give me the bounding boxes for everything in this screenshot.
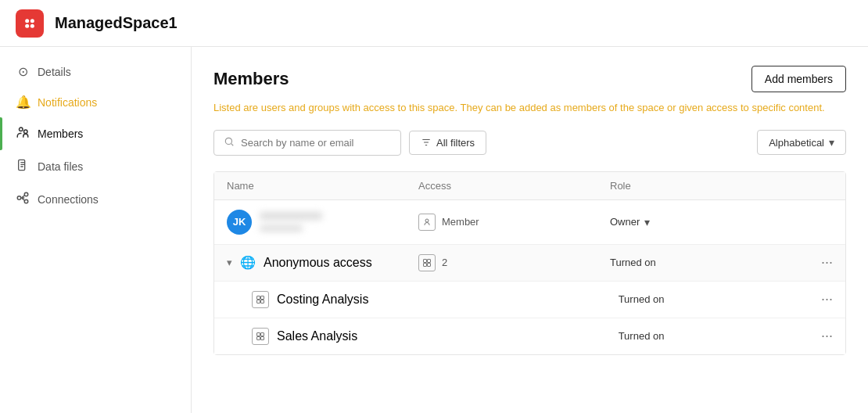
column-name: Name xyxy=(227,180,418,192)
main-content: Members Add members Listed are users and… xyxy=(192,47,868,413)
role-dropdown[interactable]: Owner ▾ xyxy=(610,216,650,228)
search-box[interactable] xyxy=(213,130,401,156)
search-icon xyxy=(224,136,235,149)
svg-point-3 xyxy=(30,23,34,27)
layout: ⊙ Details 🔔 Notifications Members Data f… xyxy=(0,47,868,413)
search-input[interactable] xyxy=(241,137,391,149)
avatar: JK xyxy=(227,210,252,235)
svg-point-4 xyxy=(20,127,23,131)
sub-item-role-label: Turned on xyxy=(619,330,665,342)
group-name-label: Anonymous access xyxy=(264,256,372,270)
column-actions xyxy=(802,180,833,192)
svg-rect-16 xyxy=(257,296,260,299)
app-title: ManagedSpace1 xyxy=(55,14,178,32)
column-role: Role xyxy=(610,180,802,192)
svg-point-9 xyxy=(24,199,28,203)
svg-rect-13 xyxy=(428,259,431,262)
sidebar-item-connections[interactable]: Connections xyxy=(0,183,191,216)
access-count-icon xyxy=(418,254,436,271)
user-info xyxy=(260,212,322,232)
sidebar-item-label: Details xyxy=(38,66,71,78)
more-button[interactable]: ··· xyxy=(802,328,833,344)
table-row: JK Member Owner xyxy=(214,200,845,245)
user-role-cell: Owner ▾ xyxy=(610,216,802,228)
sidebar-item-label: Members xyxy=(38,127,83,140)
toolbar: All filters Alphabetical ▾ xyxy=(213,130,846,156)
chevron-down-icon: ▾ xyxy=(829,136,834,149)
subtitle-text: Listed are users and groups with access … xyxy=(213,100,846,116)
chevron-down-icon: ▾ xyxy=(644,216,650,228)
table-row: Costing Analysis Turned on ··· xyxy=(214,282,845,318)
svg-rect-19 xyxy=(261,300,264,303)
member-icon xyxy=(418,214,436,231)
svg-rect-12 xyxy=(424,259,427,262)
filter-button[interactable]: All filters xyxy=(409,131,486,155)
sub-item-role-cell: Turned on xyxy=(619,330,802,342)
file-icon xyxy=(16,158,30,175)
sidebar: ⊙ Details 🔔 Notifications Members Data f… xyxy=(0,47,192,413)
connections-icon xyxy=(16,191,30,208)
filter-icon xyxy=(421,137,432,148)
column-access: Access xyxy=(418,180,610,192)
item-icon xyxy=(252,328,269,345)
svg-rect-22 xyxy=(257,336,260,339)
sidebar-item-label: Data files xyxy=(38,160,83,173)
role-label: Owner xyxy=(610,216,640,228)
table-header: Name Access Role xyxy=(214,172,845,200)
svg-point-7 xyxy=(17,196,21,200)
group-role-cell: Turned on xyxy=(610,257,802,268)
add-members-button[interactable]: Add members xyxy=(751,66,846,92)
sub-item-name-cell: Costing Analysis xyxy=(252,291,435,308)
sort-button[interactable]: Alphabetical ▾ xyxy=(757,130,846,155)
svg-rect-15 xyxy=(428,263,431,266)
sidebar-item-label: Connections xyxy=(38,193,99,206)
svg-rect-17 xyxy=(261,296,264,299)
more-button[interactable]: ··· xyxy=(802,291,833,307)
members-header: Members Add members xyxy=(213,66,846,92)
user-access-label: Member xyxy=(442,216,479,228)
sub-item-name-label: Sales Analysis xyxy=(277,329,357,343)
sub-item-name-cell: Sales Analysis xyxy=(252,328,435,345)
filter-button-label: All filters xyxy=(436,137,475,149)
user-name-cell: JK xyxy=(227,210,418,235)
members-table: Name Access Role JK xyxy=(213,171,846,355)
group-role-label: Turned on xyxy=(610,257,656,268)
members-icon xyxy=(16,125,30,142)
sub-item-role-label: Turned on xyxy=(619,293,665,305)
svg-rect-21 xyxy=(261,332,264,336)
page-title: Members xyxy=(213,69,289,89)
top-bar: ManagedSpace1 xyxy=(0,0,868,47)
table-row: Sales Analysis Turned on ··· xyxy=(214,318,845,354)
bell-icon: 🔔 xyxy=(16,95,30,110)
info-icon: ⊙ xyxy=(16,64,30,79)
svg-point-8 xyxy=(24,192,28,196)
svg-point-1 xyxy=(30,19,34,23)
svg-point-11 xyxy=(425,219,429,222)
sidebar-item-label: Notifications xyxy=(38,96,97,109)
svg-point-10 xyxy=(225,138,231,144)
svg-point-5 xyxy=(24,130,28,134)
item-icon xyxy=(252,291,269,308)
globe-icon: 🌐 xyxy=(240,255,256,270)
sort-button-label: Alphabetical xyxy=(769,137,824,149)
sub-item-name-label: Costing Analysis xyxy=(277,293,368,307)
svg-point-2 xyxy=(25,23,29,27)
sidebar-item-notifications[interactable]: 🔔 Notifications xyxy=(0,87,191,117)
group-name-cell: ▾ 🌐 Anonymous access xyxy=(227,255,418,270)
group-access-count: 2 xyxy=(442,257,447,268)
group-access-cell: 2 xyxy=(418,254,610,271)
sidebar-item-data-files[interactable]: Data files xyxy=(0,150,191,183)
app-icon xyxy=(16,9,44,38)
sub-item-role-cell: Turned on xyxy=(619,293,802,305)
svg-rect-23 xyxy=(261,336,264,339)
svg-point-0 xyxy=(25,19,29,23)
svg-rect-14 xyxy=(424,263,427,266)
expand-icon[interactable]: ▾ xyxy=(227,257,232,268)
svg-rect-20 xyxy=(257,332,260,336)
table-row: ▾ 🌐 Anonymous access 2 Turned on ··· xyxy=(214,245,845,282)
user-access-cell: Member xyxy=(418,214,610,231)
sidebar-item-details[interactable]: ⊙ Details xyxy=(0,56,191,87)
sidebar-item-members[interactable]: Members xyxy=(0,117,191,150)
svg-rect-18 xyxy=(257,300,260,303)
more-button[interactable]: ··· xyxy=(802,254,833,271)
